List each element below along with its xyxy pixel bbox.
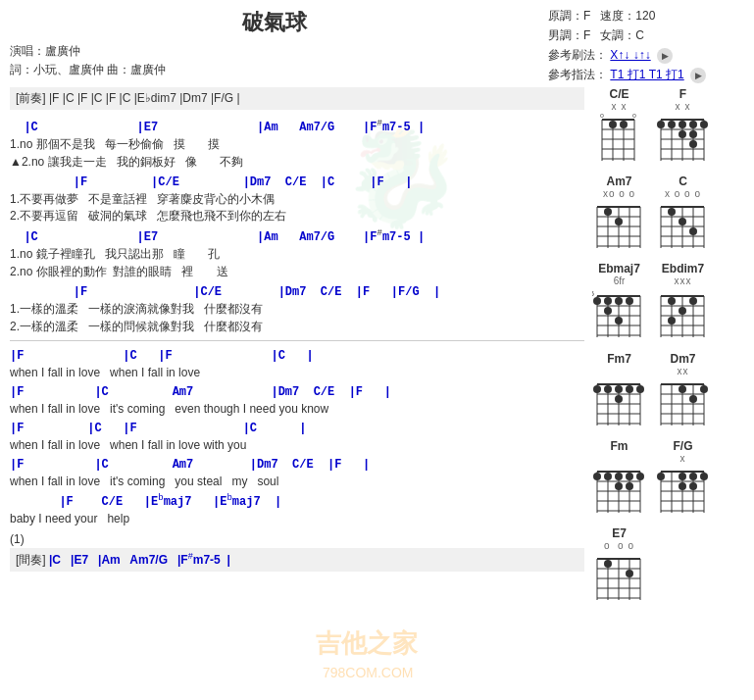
svg-point-131 [615,482,623,490]
lyric-3a: 1.no 鏡子裡瞳孔 我只認出那 瞳 孔 [10,246,584,263]
chorus-lyric-1: when I fall in love when I fall in love [10,365,584,381]
svg-text:o: o [600,112,604,119]
chorus-lyric-2: when I fall in love it's coming even tho… [10,401,584,418]
chord-line-4: |F |C/E |Dm7 C/E |F |F/G | [10,283,584,301]
svg-point-101 [636,385,644,393]
svg-point-29 [689,130,697,138]
svg-point-24 [668,121,676,128]
svg-point-132 [626,482,633,490]
svg-point-144 [679,473,686,480]
chord-line-3: |C |E7 |Am Am7/G |F#m7-5 | [10,227,584,246]
svg-point-70 [626,297,633,305]
speed: 速度：120 [600,9,655,23]
svg-point-160 [626,570,633,577]
prelude-section: [前奏] |F |C |F |C |F |C |E♭dim7 |Dm7 |F/G… [10,87,584,110]
watermark-text: 吉他之家 [316,626,418,661]
svg-point-28 [679,130,686,138]
chord-diagram-ebmaj7: Ebmaj7 6fr 6 [592,262,646,346]
svg-point-159 [604,560,612,568]
chorus-chord-4: |F |C Am7 |Dm7 C/E |F | [10,456,584,474]
chorus-lyric-4: when I fall in love it's coming you stea… [10,474,584,490]
chord-diagram-ebdim7: Ebdim7 xxx [656,262,710,346]
svg-point-23 [657,121,665,128]
svg-point-145 [689,473,697,480]
svg-text:o: o [632,112,636,119]
svg-point-53 [668,208,676,216]
chord-diagram-fg: F/G x [656,439,710,521]
chord-diagram-am7: Am7 xo o o [592,175,646,256]
chorus-lyric-5: baby I need your help [10,511,584,527]
chord-diagram-c: C x o o o [656,175,710,256]
svg-point-99 [615,385,623,393]
singer-meta: 演唱：盧廣仲 [10,43,538,60]
svg-point-55 [689,227,697,235]
svg-point-86 [668,317,676,325]
bottom-note1: (1) [10,532,584,546]
svg-point-147 [679,482,686,490]
svg-point-72 [615,317,623,325]
svg-point-129 [626,473,633,480]
chorus-chord-3: |F |C |F |C | [10,420,584,437]
chord-diagram-e7: E7 o o o [592,526,646,608]
svg-point-9 [620,121,628,128]
lyric-3b: 2.no 你眼裡的動作 對誰的眼睛 裡 送 [10,264,584,280]
lyric-4a: 1.一樣的溫柔 一樣的淚滴就像對我 什麼都沒有 [10,301,584,318]
svg-point-10 [609,121,617,128]
svg-point-30 [689,140,697,148]
words-meta: 詞：小玩、盧廣仲 曲：盧廣仲 [10,62,538,78]
svg-point-54 [679,218,686,225]
original-key: 原調：F [548,9,590,23]
chord-line-2: |F |C/E |Dm7 C/E |C |F | [10,174,584,191]
chord-diagram-ce: C/E x x [592,87,646,169]
strumming-play-btn[interactable]: ▶ [657,48,673,64]
svg-point-69 [615,297,623,305]
male-key: 男調：F [548,28,590,42]
svg-point-42 [615,218,623,225]
bottom-note2: [間奏] |C |E7 |Am Am7/G |F#m7-5 | [10,548,584,572]
female-key: 女調：C [600,28,644,42]
svg-point-84 [679,307,686,315]
watermark-url: 798COM.COM [323,665,414,680]
svg-point-127 [604,473,612,480]
svg-point-143 [657,473,665,480]
chord-diagram-fm: Fm [592,439,646,521]
lyric-1a: 1.no 那個不是我 每一秒偷偷 摸 摸 [10,136,584,153]
chorus-chord-2: |F |C Am7 |Dm7 C/E |F | [10,383,584,401]
lyric-1b: ▲2.no 讓我走一走 我的銅板好 像 不夠 [10,154,584,171]
svg-text:6: 6 [592,289,595,298]
strumming-link[interactable]: X↑↓ ↓↑↓ [610,48,650,62]
verse-section: |C |E7 |Am Am7/G |F#m7-5 | 1.no 那個不是我 每一… [10,118,584,334]
svg-point-98 [604,385,612,393]
svg-point-126 [593,473,601,480]
svg-point-115 [700,385,708,393]
lyric-2a: 1.不要再做夢 不是童話裡 穿著麋皮背心的小木偶 [10,191,584,208]
strumming-label: 參考刷法： [548,48,607,62]
lyric-4b: 2.一樣的溫柔 一樣的問候就像對我 什麼都沒有 [10,319,584,335]
lyric-2b: 2.不要再逗留 破洞的氣球 怎麼飛也飛不到你的左右 [10,208,584,225]
chord-line-1: |C |E7 |Am Am7/G |F#m7-5 | [10,118,584,136]
svg-point-113 [679,385,686,393]
svg-point-83 [668,297,676,305]
fingering-label: 參考指法： [548,68,607,81]
chorus-chord-1: |F |C |F |C | [10,347,584,365]
svg-point-27 [700,121,708,128]
chord-diagram-fm7: Fm7 [592,352,646,433]
svg-point-102 [615,395,623,403]
chord-diagram-dm7: Dm7 xx [656,352,710,433]
svg-point-85 [689,297,697,305]
svg-point-26 [689,121,697,128]
fingering-link[interactable]: T1 打1 T1 打1 [610,68,683,81]
chorus-section: |F |C |F |C | when I fall in love when I… [10,347,584,526]
svg-point-71 [604,307,612,315]
fingering-play-btn[interactable]: ▶ [690,68,706,83]
chorus-chord-5: |F C/E |Ebmaj7 |Ebmaj7 | [10,492,584,511]
svg-point-130 [636,473,644,480]
svg-point-128 [615,473,623,480]
svg-point-25 [679,121,686,128]
svg-point-146 [700,473,708,480]
svg-point-100 [626,385,633,393]
svg-point-97 [593,385,601,393]
svg-point-41 [604,208,612,216]
song-title: 破氣球 [242,10,307,34]
svg-point-67 [593,297,601,305]
